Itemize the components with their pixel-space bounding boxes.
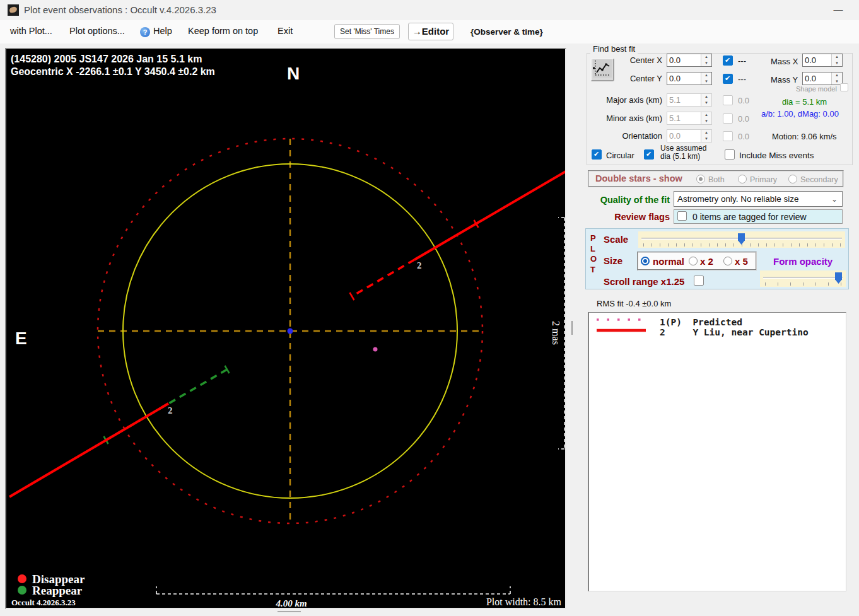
- menu-help[interactable]: Help: [153, 26, 172, 36]
- menu-with-plot[interactable]: with Plot...: [10, 26, 52, 36]
- mass-x-label: Mass X: [771, 57, 798, 66]
- minimize-button[interactable]: —: [829, 1, 848, 18]
- mass-x-spinner[interactable]: ▲▼: [831, 54, 842, 66]
- app-window: Plot event observations : Occult v.4.202…: [0, 0, 859, 616]
- orientation-checkbox[interactable]: [723, 131, 733, 141]
- plot-vertical-t: T: [590, 265, 595, 274]
- set-miss-times-button[interactable]: Set 'Miss' Times: [334, 24, 400, 39]
- star-dot: [373, 347, 378, 352]
- double-stars-secondary-radio[interactable]: [788, 175, 797, 183]
- use-assumed-line2: dia (5.1 km): [660, 152, 700, 161]
- center-x-field[interactable]: ▲▼: [667, 54, 712, 67]
- quality-fit-label: Quality of the fit: [587, 195, 670, 205]
- minor-axis-spinner: ▲▼: [701, 112, 711, 124]
- scroll-range-checkbox[interactable]: [694, 276, 704, 286]
- horizontal-splitter[interactable]: [278, 611, 301, 612]
- use-assumed-line1: Use assumed: [660, 144, 706, 153]
- observations-listbox[interactable]: 1(P) Predicted 2 Y Liu, near Cupertino: [588, 312, 846, 591]
- form-opacity-slider[interactable]: [760, 270, 846, 287]
- review-flags-label: Review flags: [587, 212, 670, 222]
- circular-label: Circular: [606, 151, 634, 160]
- window-title: Plot event observations : Occult v.4.202…: [24, 4, 216, 15]
- major-axis-aux: 0.0: [738, 96, 749, 105]
- minor-axis-field: ▲▼: [667, 112, 712, 125]
- use-assumed-checkbox[interactable]: [644, 149, 654, 160]
- plot-vertical-l: L: [590, 244, 595, 253]
- minor-axis-label: Minor axis (km): [587, 113, 662, 123]
- center-x-spinner[interactable]: ▲▼: [701, 54, 711, 66]
- major-axis-label: Major axis (km): [587, 95, 662, 105]
- vertical-scale-label: 2 mas: [551, 321, 561, 345]
- vertical-splitter[interactable]: [571, 321, 573, 335]
- title-bar: Plot event observations : Occult v.4.202…: [0, 0, 859, 20]
- size-x5-label: x 5: [735, 256, 748, 267]
- orientation-aux: 0.0: [738, 132, 749, 141]
- size-x5-radio[interactable]: [723, 257, 732, 265]
- plot-vertical-p: P: [590, 233, 596, 243]
- ab-dmag-label: a/b: 1.00, dMag: 0.00: [761, 109, 839, 119]
- editor-button[interactable]: →Editor: [408, 23, 453, 40]
- mass-y-label: Mass Y: [771, 75, 798, 84]
- legend-reappear: Reappear: [32, 584, 83, 597]
- review-flags-checkbox[interactable]: [677, 211, 687, 221]
- major-axis-spinner: ▲▼: [701, 94, 711, 106]
- dia-label: dia = 5.1 km: [782, 97, 827, 107]
- double-stars-both-label: Both: [708, 175, 725, 184]
- review-flags-text: 0 items are tagged for review: [692, 212, 807, 222]
- shape-model-checkbox[interactable]: [840, 83, 848, 91]
- center-y-checkbox[interactable]: [723, 74, 733, 84]
- plot-title-line1: (145280) 2005 JS147 2026 Jan 15 5.1 km: [11, 54, 202, 64]
- menu-keep-on-top[interactable]: Keep form on top: [188, 26, 258, 36]
- size-normal-radio[interactable]: [641, 257, 650, 265]
- use-assumed-label: Use assumed dia (5.1 km): [660, 144, 706, 161]
- major-axis-checkbox[interactable]: [723, 95, 733, 105]
- orientation-spinner: ▲▼: [701, 130, 711, 142]
- disappear-endcap: [350, 293, 354, 300]
- menu-plot-options[interactable]: Plot options...: [69, 26, 125, 36]
- center-x-aux: ---: [738, 56, 746, 66]
- major-axis-field: ▲▼: [667, 93, 712, 107]
- center-y-field[interactable]: ▲▼: [667, 72, 712, 85]
- disappear-dashed-segment: [352, 260, 414, 296]
- form-opacity-label: Form opacity: [773, 256, 833, 267]
- include-miss-label: Include Miss events: [739, 151, 814, 160]
- center-x-checkbox[interactable]: [723, 55, 733, 66]
- scale-slider[interactable]: [638, 231, 845, 248]
- minor-axis-checkbox[interactable]: [723, 113, 733, 124]
- center-x-label: Center X: [587, 55, 662, 65]
- horizontal-scale-label: 4.00 km: [275, 598, 307, 608]
- quality-fit-dropdown[interactable]: Astrometry only. No reliable size ⌄: [674, 191, 843, 207]
- orientation-field: ▲▼: [667, 129, 712, 142]
- circular-checkbox[interactable]: [592, 149, 602, 160]
- center-dot: [288, 328, 293, 334]
- size-normal-label: normal: [653, 256, 684, 267]
- path-upper-solid: [414, 170, 565, 260]
- double-stars-primary-radio[interactable]: [738, 175, 747, 183]
- size-x2-radio[interactable]: [689, 257, 698, 265]
- plot-canvas[interactable]: 2 2 2 mas 4.00 km (145280) 2005 JS147 20…: [5, 48, 566, 609]
- observation-row-2[interactable]: 2 Y Liu, near Cupertino: [660, 327, 809, 337]
- observed-line-icon: [595, 327, 647, 334]
- predicted-line-icon: [595, 317, 647, 323]
- help-icon[interactable]: ?: [140, 27, 150, 37]
- orientation-label: Orientation: [587, 131, 662, 141]
- app-icon: [8, 4, 19, 16]
- double-stars-both-radio[interactable]: [696, 175, 705, 183]
- size-label: Size: [604, 255, 622, 266]
- mass-x-field[interactable]: ▲▼: [802, 54, 843, 67]
- chord-label-lower: 2: [168, 405, 173, 416]
- observer-time-note: {Observer & time}: [470, 27, 543, 37]
- minor-axis-aux: 0.0: [738, 114, 749, 124]
- center-y-spinner[interactable]: ▲▼: [701, 73, 711, 84]
- mass-y-field[interactable]: ▲▼: [802, 72, 843, 85]
- quality-fit-value: Astrometry only. No reliable size: [674, 194, 831, 204]
- menu-exit[interactable]: Exit: [278, 26, 293, 36]
- path-lower-solid: [9, 404, 168, 497]
- shape-model-label: Shape model: [796, 85, 837, 93]
- north-label: N: [287, 64, 300, 83]
- observation-row-predicted[interactable]: 1(P) Predicted: [660, 317, 742, 327]
- include-miss-checkbox[interactable]: [725, 149, 735, 160]
- plot-title-line2: Geocentric X -2266.1 ±0.1 Y 3450.4 ±0.2 …: [11, 66, 215, 77]
- menu-bar: with Plot... Plot options... ? Help Keep…: [0, 20, 859, 44]
- double-stars-label: Double stars - show: [595, 173, 682, 183]
